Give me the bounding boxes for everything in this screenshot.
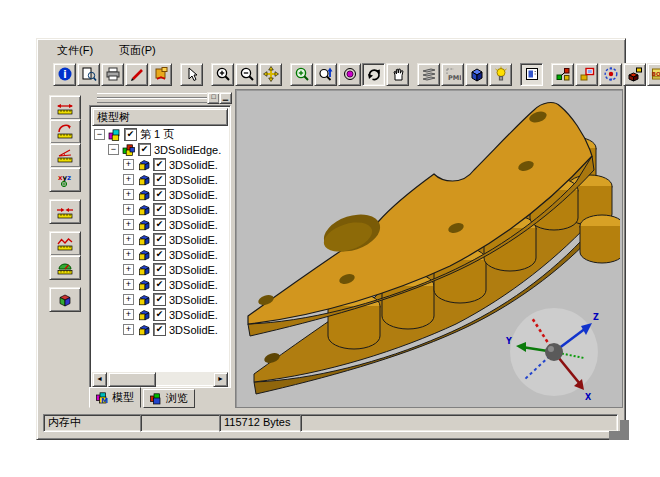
menu-file[interactable]: 文件(F) [55,42,95,59]
tree-part-row[interactable]: + ✔ 3DSolidE. [92,277,228,292]
svg-text:i: i [63,69,66,80]
visibility-checkbox[interactable]: ✔ [138,143,151,156]
expand-icon[interactable]: + [123,264,134,275]
zoom-out-button[interactable] [235,63,258,86]
visibility-checkbox[interactable]: ✔ [153,263,166,276]
expand-icon[interactable]: + [123,204,134,215]
expand-icon[interactable]: + [123,324,134,335]
visibility-checkbox[interactable]: ✔ [153,158,166,171]
visibility-checkbox[interactable]: ✔ [153,188,166,201]
visibility-checkbox[interactable]: ✔ [124,128,137,141]
explode-icon [603,66,619,82]
markup-button[interactable] [125,63,148,86]
tree-part-row[interactable]: + ✔ 3DSolidE. [92,307,228,322]
expand-icon[interactable]: + [123,294,134,305]
part-icon [137,309,150,321]
axis-indicator[interactable]: Z X Y [505,308,599,402]
viewport[interactable]: Z X Y [235,89,623,408]
collapse-icon[interactable]: − [108,144,119,155]
print-preview-button[interactable] [77,63,100,86]
expand-icon[interactable]: + [123,279,134,290]
tree-root-row[interactable]: − ✔ 第 1 页 [92,127,228,142]
spin-center-button[interactable] [338,63,361,86]
tree-part-row[interactable]: + ✔ 3DSolidE. [92,172,228,187]
part-icon [137,174,150,186]
tree-part-row[interactable]: + ✔ 3DSolidE. [92,217,228,232]
tree-part-row[interactable]: + ✔ 3DSolidE. [92,292,228,307]
scroll-thumb[interactable] [108,372,156,387]
collapse-icon[interactable]: − [94,129,105,140]
stamp-button[interactable] [149,63,172,86]
explode-button[interactable] [599,63,622,86]
tree-part-row[interactable]: + ✔ 3DSolidE. [92,187,228,202]
toolbar-separator [173,64,180,85]
tree-assembly-row[interactable]: − ✔ 3DSolidEdge. [92,142,228,157]
visibility-checkbox[interactable]: ✔ [153,278,166,291]
parts-icon [627,66,643,82]
visibility-checkbox[interactable]: ✔ [153,173,166,186]
tree-part-row[interactable]: + ✔ 3DSolidE. [92,157,228,172]
tab-model[interactable]: M 模型 [89,387,141,408]
tree-part-row[interactable]: + ✔ 3DSolidE. [92,322,228,337]
print-button[interactable] [101,63,124,86]
resize-grip[interactable] [608,419,620,431]
visibility-checkbox[interactable]: ✔ [153,323,166,336]
bom-button[interactable]: BOM [647,63,660,86]
select-button[interactable] [180,63,203,86]
measure-distance-button[interactable] [49,95,81,120]
tree-part-row[interactable]: + ✔ 3DSolidE. [92,262,228,277]
info-button[interactable]: i [53,63,76,86]
zoom-dynamic-button[interactable] [314,63,337,86]
visibility-checkbox[interactable]: ✔ [153,293,166,306]
parts-button[interactable] [623,63,646,86]
rotate-button[interactable] [362,63,385,86]
main-area: xyz □ ▁ 模型树 − ✔ 第 1 页 [39,89,623,406]
tree-part-row[interactable]: + ✔ 3DSolidE. [92,232,228,247]
panel-hide-button[interactable]: ▁ [219,92,232,104]
tree-part-label: 3DSolidE. [169,249,218,261]
scroll-left-button[interactable]: ◄ [92,372,107,387]
tab-browse[interactable]: 浏览 [143,389,195,408]
visibility-checkbox[interactable]: ✔ [153,218,166,231]
menu-page[interactable]: 页面(P) [117,42,158,59]
expand-icon[interactable]: + [123,159,134,170]
visibility-checkbox[interactable]: ✔ [153,203,166,216]
tree-part-label: 3DSolidE. [169,324,218,336]
part-icon [137,189,150,201]
scroll-right-button[interactable]: ► [213,372,228,387]
visibility-checkbox[interactable]: ✔ [153,248,166,261]
expand-icon[interactable]: + [123,249,134,260]
visibility-checkbox[interactable]: ✔ [153,308,166,321]
pmi-button[interactable]: PMI [441,63,464,86]
snapshot-button[interactable] [575,63,598,86]
toolbar-separator [544,64,551,85]
measure-radius-button[interactable] [49,119,81,144]
pan-button[interactable] [386,63,409,86]
expand-icon[interactable]: + [123,174,134,185]
zoom-in-button[interactable] [211,63,234,86]
expand-icon[interactable]: + [123,234,134,245]
measure-area-button[interactable] [49,255,81,280]
expand-icon[interactable]: + [123,309,134,320]
expand-icon[interactable]: + [123,189,134,200]
measure-length-button[interactable] [49,231,81,256]
measure-angle-button[interactable] [49,143,81,168]
visibility-checkbox[interactable]: ✔ [153,233,166,246]
measure-min-distance-button[interactable] [49,199,81,224]
measure-coordinate-button[interactable]: xyz [49,167,81,192]
panel-gripper[interactable] [97,98,215,103]
shaded-view-button[interactable] [465,63,488,86]
tree-part-row[interactable]: + ✔ 3DSolidE. [92,202,228,217]
assembly-button[interactable] [551,63,574,86]
measure-volume-button[interactable] [49,287,81,312]
scroll-track[interactable] [156,372,213,385]
expand-icon[interactable]: + [123,219,134,230]
light-button[interactable] [489,63,512,86]
measure-toolbar: xyz [41,89,85,406]
fit-window-button[interactable] [259,63,282,86]
axis-x-label: X [585,393,592,402]
tree-part-row[interactable]: + ✔ 3DSolidE. [92,247,228,262]
pages-panel-button[interactable] [520,63,543,86]
zoom-window-button[interactable] [290,63,313,86]
wireframe-button[interactable] [417,63,440,86]
